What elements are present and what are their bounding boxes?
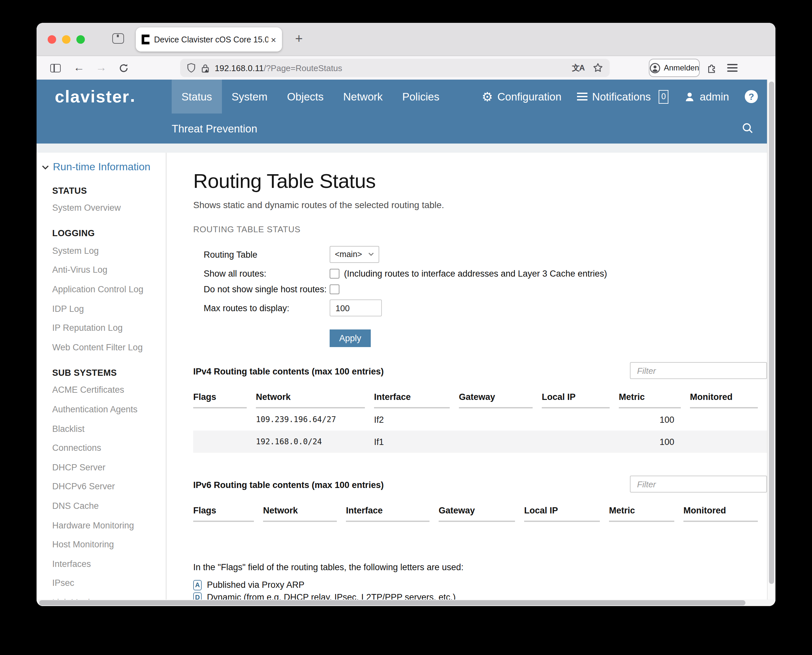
table-row: 109.239.196.64/27If2100 [193,408,767,431]
ipv6-filter-input[interactable] [630,476,767,492]
nav-item-network[interactable]: Network [333,80,392,114]
sidebar-item-system-overview[interactable]: System Overview [37,198,166,218]
new-tab-button[interactable]: + [291,29,307,48]
apply-button[interactable]: Apply [330,329,371,347]
nav-item-policies[interactable]: Policies [393,80,449,114]
notifications-menu[interactable]: Notifications 0 [577,90,669,103]
sidebar-item-acme-certificates[interactable]: ACME Certificates [37,380,166,400]
horizontal-scrollbar[interactable] [37,600,775,606]
flag-description: Dynamic (from e.g. DHCP relay, IPsec, L2… [207,592,456,600]
section-label: ROUTING TABLE STATUS [193,224,767,234]
back-icon[interactable]: ← [71,56,88,80]
column-underline [524,521,600,522]
sidebar-item-idp-log[interactable]: IDP Log [37,299,166,318]
column-underline [439,521,515,522]
no-single-host-routes-checkbox[interactable] [330,284,339,294]
url-path: /?Page=RouteStatus [264,63,342,73]
column-header-gateway: Gateway [439,506,524,522]
column-header-label: Gateway [439,506,524,515]
search-icon[interactable] [741,122,754,134]
tab-bar: Device Clavister cOS Core 15.00 × + [37,23,775,55]
page-title: Routing Table Status [193,170,767,193]
sidebar-item-dhcpv6-server[interactable]: DHCPv6 Server [37,477,166,496]
sidebar-item-dns-cache[interactable]: DNS Cache [37,496,166,515]
browser-tab[interactable]: Device Clavister cOS Core 15.00 × [136,28,282,52]
nav-item-threat-prevention[interactable]: Threat Prevention [172,114,257,143]
lock-warning-icon[interactable] [201,63,210,73]
sidebar-item-host-monitoring[interactable]: Host Monitoring [37,535,166,554]
close-window-button[interactable] [48,35,56,44]
sidebar-item-ipsec[interactable]: IPsec [37,574,166,593]
flags-legend-item-a: APublished via Proxy ARP [193,579,767,591]
show-all-routes-checkbox[interactable] [330,269,339,278]
notifications-count-badge: 0 [659,90,669,103]
help-icon[interactable]: ? [745,90,758,103]
max-routes-input[interactable] [330,300,382,317]
firefox-view-icon[interactable] [112,33,124,44]
sidebar-item-ip-reputation-log[interactable]: IP Reputation Log [37,318,166,338]
column-header-label: Metric [609,506,683,515]
sidebar-item-hardware-monitoring[interactable]: Hardware Monitoring [37,516,166,535]
sidebar-item-link-monitor[interactable]: Link Monitor [37,593,166,600]
sidebar-item-system-log[interactable]: System Log [37,241,166,260]
reload-icon[interactable] [115,56,132,80]
ipv4-filter-input[interactable] [630,362,767,379]
cell-interface: If2 [374,415,459,424]
extensions-puzzle-icon[interactable] [705,56,719,80]
column-underline [374,407,450,408]
vertical-scrollbar-thumb[interactable] [769,81,774,584]
column-header-metric: Metric [619,392,690,408]
minimize-window-button[interactable] [62,35,71,44]
tab-close-icon[interactable]: × [271,34,276,45]
shield-icon [187,63,196,73]
column-header-interface: Interface [346,506,439,522]
flag-description: Published via Proxy ARP [207,580,305,590]
column-underline [619,407,681,408]
traffic-lights [48,35,85,44]
clavister-logo: clavister [55,80,134,114]
bookmark-star-icon[interactable] [593,63,603,73]
chevron-down-icon [368,252,374,257]
table-row: 192.168.0.0/24If1100 [193,431,767,453]
sidebar-toggle-icon[interactable] [48,56,63,80]
chevron-down-icon [42,165,49,169]
user-menu[interactable]: admin [684,90,729,103]
sidebar-item-interfaces[interactable]: Interfaces [37,554,166,574]
sidebar-item-anti-virus-log[interactable]: Anti-Virus Log [37,260,166,280]
routing-table-select[interactable]: <main> [330,246,379,263]
horizontal-scrollbar-thumb[interactable] [39,600,746,606]
column-header-monitored: Monitored [683,506,767,522]
sidebar-item-connections[interactable]: Connections [37,438,166,458]
vertical-scrollbar[interactable] [767,80,775,600]
forward-icon[interactable]: → [93,56,109,80]
url-bar[interactable]: 192.168.0.11/?Page=RouteStatus 文A [180,59,610,77]
column-header-metric: Metric [609,506,683,522]
zoom-window-button[interactable] [76,35,85,44]
nav-item-objects[interactable]: Objects [277,80,334,114]
app-menu-icon[interactable] [724,56,740,80]
sidebar-item-blacklist[interactable]: Blacklist [37,419,166,438]
nav-item-system[interactable]: System [222,80,277,114]
sidebar-item-dhcp-server[interactable]: DHCP Server [37,458,166,477]
sidebar-item-web-content-filter-log[interactable]: Web Content Filter Log [37,338,166,357]
column-underline [459,407,533,408]
sidebar-item-authentication-agents[interactable]: Authentication Agents [37,400,166,419]
main-content: Routing Table Status Shows static and dy… [166,153,767,600]
column-header-label: Gateway [459,392,542,402]
translate-icon[interactable]: 文A [572,62,584,74]
column-header-label: Local IP [542,392,619,402]
nav-item-status[interactable]: Status [172,80,222,114]
configuration-menu[interactable]: ⚙ Configuration [482,90,561,103]
sidebar-section-logging: LOGGING [37,225,166,241]
sidebar-root-runtime-information[interactable]: Run-time Information [37,159,166,175]
url-host: 192.168.0.11 [215,63,264,73]
account-icon [649,62,661,74]
sidebar-section-sub-systems: SUB SYSTEMS [37,365,166,380]
column-header-flags: Flags [193,392,256,408]
page-subtitle: Shows static and dynamic routes of the s… [193,200,767,210]
column-header-network: Network [263,506,346,522]
browser-window: Device Clavister cOS Core 15.00 × + ← → … [37,23,775,606]
sidebar-item-application-control-log[interactable]: Application Control Log [37,280,166,299]
notifications-icon [577,93,587,100]
firefox-signin-button[interactable]: Anmelden [649,59,700,77]
